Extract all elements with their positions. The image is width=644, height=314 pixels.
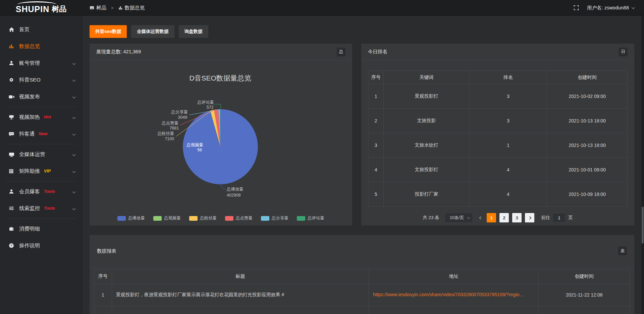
breadcrumb-separator: >	[111, 5, 114, 10]
tab-inquiry-data[interactable]: 询盘数据	[179, 25, 208, 38]
video-camera-icon	[9, 94, 15, 100]
total-toggle-badge[interactable]: 总	[337, 48, 345, 56]
page-button-3[interactable]: 3	[512, 213, 522, 222]
chevron-down-icon	[72, 78, 76, 82]
sidebar-item-account[interactable]: 账号管理	[0, 55, 82, 71]
seo-pie-chart[interactable]: D音SEO数据量总览 总评论量572总分享量3049总点赞量7681总粉丝量71…	[90, 60, 352, 225]
sidebar-item-douketong[interactable]: 抖客通 New	[0, 125, 82, 142]
table-toggle-badge[interactable]: 表	[618, 247, 627, 255]
legend-item-总粉丝量[interactable]: 总粉丝量	[189, 215, 217, 221]
tools-badge: Tools	[44, 189, 55, 194]
sidebar-item-clue-monitor[interactable]: 线索监控 Tools	[0, 200, 82, 217]
col-rank: 排名	[469, 71, 547, 84]
breadcrumb-root[interactable]: 树品	[90, 5, 106, 11]
prev-page-button[interactable]	[478, 217, 483, 219]
user-icon	[9, 189, 15, 194]
legend-item-总视频量[interactable]: 总视频量	[153, 215, 181, 221]
legend-swatch	[297, 216, 305, 221]
fullscreen-icon[interactable]	[574, 5, 579, 10]
ranking-panel-header: 今日排名 日	[361, 44, 634, 60]
chevron-down-icon	[467, 216, 470, 219]
sidebar-item-video-publish[interactable]: 视频发布	[0, 88, 82, 105]
col-index: 序号	[94, 269, 112, 284]
seo-chart-panel: 展现量总数: 421,369 总 D音SEO数据量总览 总评论量572总分享量3…	[90, 44, 352, 225]
pie-label: 7681	[169, 126, 179, 130]
legend-label: 总分享量	[272, 215, 288, 221]
video-link[interactable]: https://www.iesdouyin.com/share/video/70…	[373, 292, 524, 297]
username-label: 用户名: zswodun88	[587, 5, 629, 11]
legend-swatch	[153, 216, 162, 221]
goto-page-input[interactable]	[553, 213, 566, 222]
monitor-icon	[9, 152, 15, 157]
sidebar-item-member[interactable]: 会员爆客 Tools	[0, 183, 82, 200]
breadcrumb: 树品 > 数据总览	[90, 5, 145, 11]
logo[interactable]: SHUPIN 树品	[0, 1, 82, 14]
label-line-总播放量	[219, 184, 225, 189]
ranking-title: 今日排名	[368, 49, 387, 55]
breadcrumb-current[interactable]: 数据总览	[118, 5, 145, 11]
pie-label: 总评论量	[197, 100, 214, 105]
tab-douyin-seo-data[interactable]: 抖音seo数据	[90, 25, 127, 38]
legend-item-总播放量[interactable]: 总播放量	[117, 215, 145, 221]
sidebar-item-matrix-boost[interactable]: 矩阵助推 VIP	[0, 163, 82, 179]
pagination: 共 23 条 10条/页 1 2 3 前往 页	[361, 213, 634, 223]
day-toggle-badge[interactable]: 日	[619, 48, 628, 56]
pie-label: 总点赞量	[161, 121, 178, 125]
chart-panel-header: 展现量总数: 421,369 总	[90, 44, 352, 60]
legend-label: 总播放量	[128, 215, 145, 221]
legend-swatch	[189, 216, 198, 221]
logo-text: SHUPIN	[16, 4, 49, 14]
tab-media-operation-data[interactable]: 全媒体运营数据	[131, 25, 174, 38]
sidebar: 首页 数据总览 账号管理 抖音SEO	[0, 16, 82, 314]
sidebar-item-data-overview[interactable]: 数据总览	[0, 38, 82, 55]
page-button-1[interactable]: 1	[487, 213, 496, 222]
data-tabs: 抖音seo数据 全媒体运营数据 询盘数据	[90, 25, 634, 38]
sidebar-divider	[5, 144, 76, 144]
pie-label: 总播放量	[226, 187, 244, 192]
sidebar-item-douyin-seo[interactable]: 抖音SEO	[0, 71, 82, 88]
svg-text:?: ?	[10, 244, 12, 247]
app-window-icon	[90, 5, 94, 10]
page-button-2[interactable]: 2	[499, 213, 509, 222]
next-page-button[interactable]	[525, 213, 534, 222]
scrollbar-thumb[interactable]	[642, 207, 644, 244]
main-content: 抖音seo数据 全媒体运营数据 询盘数据 展现量总数: 421,369 总 D音…	[82, 16, 644, 314]
page-size-select[interactable]: 10条/页	[445, 213, 473, 223]
chevron-down-icon	[72, 61, 76, 65]
table-row: 5 投影灯厂家 4 2021-10-09 18:00	[368, 182, 628, 207]
chart-title: D音SEO数据量总览	[190, 74, 252, 82]
legend-label: 总评论量	[308, 215, 324, 221]
table-header-row: 序号 标题 地址 创建时间	[94, 269, 630, 284]
table-row: 3 文旅水纹灯 1 2021-10-13 18:00	[368, 133, 628, 158]
sidebar-item-media-operation[interactable]: 全媒体运营	[0, 146, 82, 163]
wallet-icon	[9, 226, 15, 231]
data-report-panel: 数据报表 表 序号 标题 地址 创建时间 1 景观投影灯，夜游景观投影灯厂	[90, 235, 634, 314]
legend-swatch	[117, 216, 126, 221]
sliders-icon	[9, 206, 15, 211]
ranking-table: 序号 关键词 排名 创建时间 1 景观投影灯 3 2021-10-02 09:0…	[368, 70, 628, 207]
legend-label: 总视频量	[164, 215, 181, 221]
sidebar-item-consumption[interactable]: 消费明细	[0, 220, 82, 237]
legend-item-总分享量[interactable]: 总分享量	[261, 215, 288, 221]
home-icon	[9, 27, 15, 33]
legend-item-总评论量[interactable]: 总评论量	[297, 215, 324, 221]
pie-label: 572	[207, 105, 214, 110]
sidebar-item-video-heat[interactable]: 视频加热 Hot	[0, 109, 82, 125]
arrow-right-icon	[528, 216, 531, 219]
gear-icon	[9, 77, 15, 83]
sidebar-item-help[interactable]: ? 操作说明	[0, 237, 82, 254]
bar-chart-icon	[118, 6, 123, 10]
tools-badge: Tools	[44, 206, 55, 211]
pie-label: 3049	[178, 115, 187, 120]
col-url: 地址	[369, 269, 539, 284]
sidebar-divider	[5, 107, 76, 107]
pie-label: 7100	[165, 137, 174, 141]
table-row: 1 景观投影灯，夜游景观投影灯厂家展示展示落花灯在花园里的灯光投影应用效果 # …	[94, 284, 630, 306]
table-row-partial	[94, 306, 630, 314]
user-menu[interactable]: 用户名: zswodun88	[587, 5, 634, 11]
user-icon	[9, 60, 15, 66]
new-badge: New	[39, 132, 48, 136]
sidebar-item-home[interactable]: 首页	[0, 21, 82, 38]
legend-item-总点赞量[interactable]: 总点赞量	[225, 215, 253, 221]
scrollbar[interactable]	[641, 16, 644, 314]
